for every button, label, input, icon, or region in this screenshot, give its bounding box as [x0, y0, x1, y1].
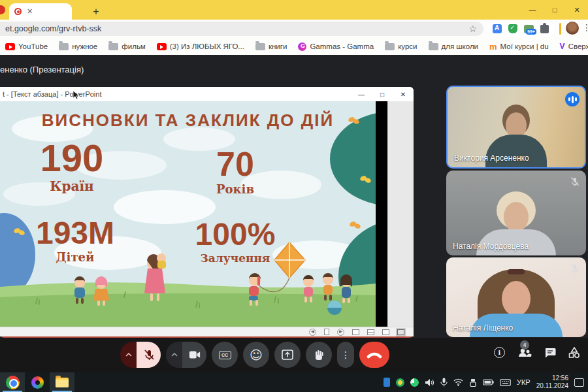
captions-button[interactable]: CC	[212, 342, 238, 368]
wifi-icon[interactable]	[453, 378, 463, 386]
ppt-minimize-button[interactable]: —	[351, 87, 372, 101]
stat-value: 70	[203, 147, 268, 181]
bookmark-folder-shkoly[interactable]: для школи	[429, 42, 479, 50]
browser-minimize-button[interactable]: —	[521, 0, 544, 20]
tab-close-button[interactable]: ✕	[27, 8, 33, 15]
bookmarks-bar: YouTube нужное фильм (3) Из ЛЮБЫХ ЯГО...…	[0, 38, 588, 55]
present-icon	[282, 350, 293, 360]
windows-taskbar: УКР 12:5620.11.2024	[0, 372, 588, 392]
camera-options-chevron[interactable]	[166, 342, 182, 368]
extensions-puzzle-icon[interactable]	[540, 25, 549, 33]
taskbar-clock[interactable]: 12:5620.11.2024	[536, 374, 568, 391]
participant-tile-1[interactable]: Виктория Арсененко	[446, 86, 586, 169]
meet-stage: ененко (Презентація) t - [Текст абзаца] …	[0, 55, 588, 338]
stat-label: Залучення	[189, 252, 281, 265]
mic-off-icon	[570, 263, 580, 274]
bookmark-folder-kursy[interactable]: курси	[385, 42, 417, 50]
participant-name: Наталія Ліщенко	[453, 323, 513, 333]
battery-icon[interactable]	[483, 379, 494, 385]
participant-tile-2[interactable]: Наталія Мордовцева	[446, 171, 586, 255]
raise-hand-button[interactable]	[306, 342, 332, 368]
ppt-side-panel[interactable]	[387, 101, 414, 327]
taskbar-photos-button[interactable]	[25, 372, 50, 392]
mic-options-chevron[interactable]	[120, 342, 137, 368]
chat-button[interactable]	[544, 348, 556, 358]
browser-window-controls: — □ ✕	[521, 0, 588, 20]
bookmark-folder-film[interactable]: фильм	[108, 42, 146, 50]
ppt-close-button[interactable]: ✕	[393, 87, 414, 101]
people-button[interactable]: 4	[517, 348, 532, 358]
moodle-icon: m	[489, 42, 497, 51]
tray-app-blue-icon[interactable]	[384, 378, 390, 387]
slide-thumbnail-icon	[324, 329, 329, 335]
bookmark-v[interactable]: VСверхбыстрый и п...	[560, 42, 588, 50]
activities-icon	[568, 347, 580, 358]
taskbar-chrome-button[interactable]	[0, 372, 25, 392]
stat-label: Років	[203, 182, 268, 196]
language-indicator[interactable]: УКР	[517, 378, 531, 386]
v-icon: V	[560, 42, 565, 50]
extension-with-badge-icon[interactable]: 99+	[524, 25, 534, 33]
url-text[interactable]: et.google.com/grv-rtvb-ssk	[5, 24, 101, 33]
slide-sorter-button[interactable]	[367, 329, 374, 335]
stat-engagement: 100%Залучення	[189, 219, 281, 265]
bookmark-moodle[interactable]: mМої курси | du	[489, 42, 549, 51]
browser-toolbar: et.google.com/grv-rtvb-ssk ☆ 99+ ⋮	[0, 20, 588, 38]
stat-label: Дітей	[23, 250, 127, 264]
volume-icon[interactable]	[425, 378, 434, 387]
bookmark-gamma[interactable]: Gammas - Gamma	[298, 42, 374, 51]
info-icon: i	[494, 347, 505, 358]
powerpoint-titlebar[interactable]: t - [Текст абзаца] - PowerPoint — □ ✕	[0, 87, 414, 101]
meeting-details-button[interactable]: i	[494, 347, 505, 358]
browser-tab[interactable]: ✕	[9, 3, 72, 20]
camera-button[interactable]	[182, 342, 206, 368]
taskbar-apps	[0, 372, 74, 392]
stat-countries: 190Країн	[26, 139, 118, 194]
browser-maximize-button[interactable]: □	[544, 0, 566, 20]
prev-slide-button[interactable]: ◄	[309, 329, 316, 336]
taskbar-explorer-button[interactable]	[50, 372, 74, 392]
microphone-icon[interactable]	[440, 378, 448, 387]
youtube-icon	[157, 43, 167, 50]
bookmark-folder-nuzhnoe[interactable]: нужное	[59, 42, 97, 50]
tray-app-green-icon[interactable]	[396, 378, 404, 387]
next-slide-button[interactable]: ►	[337, 329, 344, 336]
bookmark-folder-knygy[interactable]: книги	[255, 42, 287, 50]
participant-name: Наталія Мордовцева	[453, 242, 529, 251]
tray-pie-icon[interactable]	[410, 378, 419, 387]
stat-label: Країн	[26, 178, 118, 194]
translate-extension-icon[interactable]	[493, 24, 502, 33]
usb-device-icon[interactable]	[469, 378, 477, 387]
mic-mute-button[interactable]	[137, 342, 161, 368]
presentation-slide: ВИСНОВКИ ТА ЗАКЛИК ДО ДІЙ 190Країн 70Рок…	[0, 101, 376, 327]
adblock-extension-icon[interactable]	[508, 24, 517, 33]
end-call-button[interactable]	[359, 342, 389, 368]
powerpoint-window[interactable]: t - [Текст абзаца] - PowerPoint — □ ✕	[0, 87, 414, 338]
bookmark-star-icon[interactable]: ☆	[468, 24, 477, 34]
activities-button[interactable]	[568, 347, 580, 358]
normal-view-button[interactable]	[352, 329, 359, 335]
bookmark-youtube[interactable]: YouTube	[5, 42, 48, 50]
recording-dot-icon	[0, 5, 5, 14]
new-tab-button[interactable]: +	[88, 3, 105, 20]
browser-menu-button[interactable]: ⋮	[582, 22, 588, 33]
bookmark-youtube-video[interactable]: (3) Из ЛЮБЫХ ЯГО...	[157, 42, 244, 50]
reactions-button[interactable]: ☺	[243, 342, 269, 368]
touch-keyboard-icon[interactable]	[500, 379, 511, 386]
browser-close-button[interactable]: ✕	[566, 0, 588, 20]
more-options-button[interactable]: ⋮	[337, 342, 354, 368]
slideshow-button[interactable]	[397, 329, 404, 335]
photos-icon	[31, 376, 44, 389]
participant-tile-3[interactable]: Наталія Ліщенко	[446, 257, 586, 337]
youtube-icon	[5, 43, 15, 50]
ppt-maximize-button[interactable]: □	[372, 87, 393, 101]
extensions-cluster: 99+	[487, 21, 554, 37]
present-button[interactable]	[274, 342, 301, 368]
action-center-button[interactable]	[574, 378, 584, 387]
reading-view-button[interactable]	[382, 329, 389, 335]
folder-icon	[108, 43, 118, 50]
address-bar[interactable]: et.google.com/grv-rtvb-ssk ☆	[0, 22, 483, 36]
folder-icon	[429, 43, 438, 50]
person-face	[504, 202, 529, 232]
profile-avatar[interactable]	[566, 22, 579, 35]
